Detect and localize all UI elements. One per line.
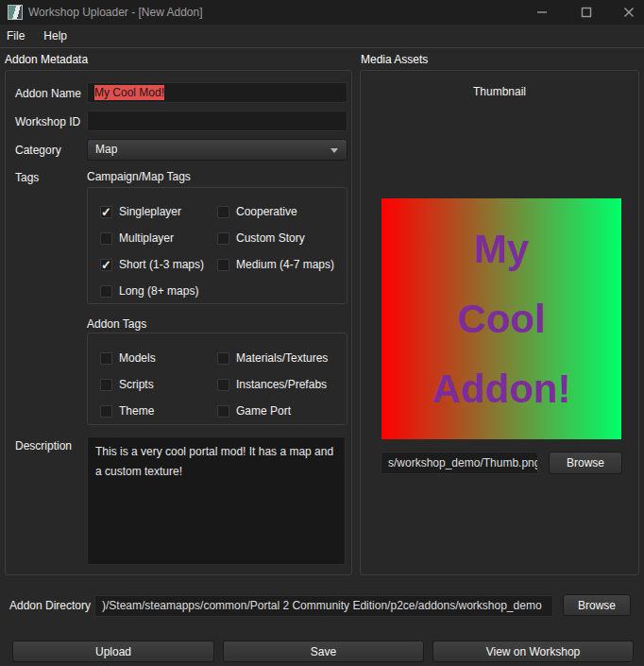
addon-directory-browse-button[interactable]: Browse: [563, 594, 631, 616]
addon-tags-group: Models Materials/Textures Scripts Instan…: [87, 333, 347, 425]
checkbox-multiplayer[interactable]: Multiplayer: [100, 225, 217, 251]
checkbox-short-maps[interactable]: Short (1-3 maps): [100, 251, 217, 278]
checkbox-icon[interactable]: [217, 379, 229, 391]
checkbox-icon[interactable]: [100, 285, 112, 298]
category-label: Category: [15, 144, 61, 157]
title-bar: Workshop Uploader - [New Addon]: [0, 0, 644, 25]
category-dropdown[interactable]: Map: [87, 139, 347, 161]
thumbnail-text-line: My: [474, 227, 529, 272]
addon-directory-label: Addon Directory: [9, 599, 91, 612]
addon-tags-title: Addon Tags: [87, 317, 146, 331]
save-button[interactable]: Save: [223, 640, 424, 662]
thumbnail-text-line: Cool: [457, 297, 545, 342]
checkbox-materials-textures[interactable]: Materials/Textures: [217, 345, 347, 371]
menu-bar: File Help: [0, 25, 644, 48]
checkbox-icon[interactable]: [100, 379, 112, 391]
close-button[interactable]: [615, 0, 643, 25]
maximize-button[interactable]: [572, 0, 601, 25]
workshop-id-input[interactable]: [87, 111, 347, 131]
minimize-button[interactable]: [528, 0, 556, 25]
checkbox-icon[interactable]: [100, 232, 112, 245]
tags-label: Tags: [15, 171, 39, 184]
checkbox-scripts[interactable]: Scripts: [100, 371, 217, 398]
checkbox-icon[interactable]: [217, 232, 229, 245]
addon-name-selected-text: My Cool Mod!: [94, 85, 164, 100]
maximize-icon: [581, 7, 592, 18]
window-title: Workshop Uploader - [New Addon]: [28, 6, 203, 19]
addon-directory-input[interactable]: )/Steam/steamapps/common/Portal 2 Commun…: [94, 595, 553, 617]
checkbox-icon[interactable]: [217, 259, 229, 271]
checkbox-long-maps[interactable]: Long (8+ maps): [100, 278, 217, 304]
checkbox-icon[interactable]: [217, 352, 229, 365]
checkbox-instances-prefabs[interactable]: Instances/Prefabs: [217, 371, 347, 398]
checkbox-icon[interactable]: [100, 206, 112, 218]
checkbox-game-port[interactable]: Game Port: [217, 398, 347, 424]
addon-metadata-header: Addon Metadata: [5, 53, 88, 66]
description-input[interactable]: This is a very cool portal mod! It has a…: [87, 436, 346, 565]
close-icon: [623, 7, 635, 18]
checkbox-icon[interactable]: [217, 405, 229, 418]
checkbox-singleplayer[interactable]: Singleplayer: [100, 198, 217, 225]
checkbox-cooperative[interactable]: Cooperative: [217, 198, 347, 225]
thumbnail-image: My Cool Addon!: [381, 198, 621, 439]
app-icon: [8, 5, 23, 20]
workshop-id-label: Workshop ID: [15, 115, 80, 128]
category-selected-value: Map: [95, 143, 117, 156]
view-on-workshop-button[interactable]: View on Workshop: [432, 640, 634, 662]
menu-file[interactable]: File: [0, 25, 34, 48]
thumbnail-path-input[interactable]: s/workshop_demo/Thumb.png: [381, 452, 538, 474]
upload-button[interactable]: Upload: [12, 640, 214, 662]
menu-help[interactable]: Help: [34, 25, 76, 48]
media-assets-header: Media Assets: [361, 53, 428, 66]
checkbox-models[interactable]: Models: [100, 345, 217, 371]
description-label: Description: [15, 439, 72, 453]
campaign-tags-title: Campaign/Map Tags: [87, 170, 191, 183]
checkbox-icon[interactable]: [100, 259, 112, 271]
checkbox-icon[interactable]: [217, 206, 229, 218]
addon-name-label: Addon Name: [15, 87, 81, 100]
checkbox-medium-maps[interactable]: Medium (4-7 maps): [217, 251, 347, 278]
thumbnail-text-line: Addon!: [432, 367, 571, 412]
checkbox-icon[interactable]: [100, 405, 112, 418]
minimize-icon: [536, 7, 548, 18]
thumbnail-browse-button[interactable]: Browse: [549, 452, 622, 474]
checkbox-custom-story[interactable]: Custom Story: [217, 225, 347, 251]
chevron-down-icon: [330, 148, 338, 153]
addon-name-input[interactable]: My Cool Mod!: [87, 82, 347, 103]
checkbox-theme[interactable]: Theme: [100, 398, 217, 424]
app-window: Workshop Uploader - [New Addon] File Hel…: [0, 0, 644, 666]
campaign-tags-group: Singleplayer Cooperative Multiplayer Cus…: [87, 187, 347, 304]
checkbox-icon[interactable]: [100, 352, 112, 365]
thumbnail-label: Thumbnail: [360, 85, 639, 98]
